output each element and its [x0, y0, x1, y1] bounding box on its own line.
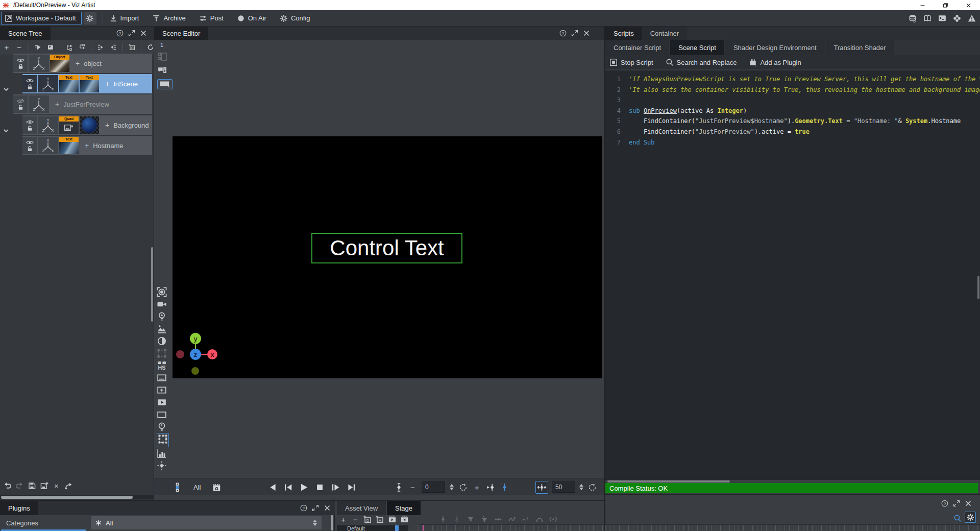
tab-scripts[interactable]: Scripts [605, 27, 642, 40]
camera-view-icon[interactable] [157, 299, 167, 309]
decrement-icon[interactable]: − [408, 482, 418, 492]
tree-row-justforpreview[interactable]: YZX + JustForPreview [13, 94, 152, 114]
snap-icon[interactable] [173, 482, 182, 492]
jump-end-icon[interactable] [347, 482, 356, 492]
workspace-button[interactable]: Workspace - Default [1, 12, 82, 25]
contrast-icon[interactable] [157, 336, 167, 346]
tree-horizontal-scrollbar[interactable] [0, 495, 154, 499]
merge-left-icon[interactable] [110, 43, 117, 52]
plus-icon[interactable]: + [105, 80, 109, 88]
add-container-icon[interactable]: G [129, 43, 136, 52]
settings-button[interactable] [965, 512, 976, 523]
grid-center-icon[interactable] [157, 461, 167, 471]
jump-start-icon[interactable] [283, 482, 293, 492]
film-next-icon[interactable] [388, 515, 397, 524]
tree-vertical-scrollbar[interactable] [151, 247, 153, 322]
expand-icon[interactable] [128, 30, 135, 37]
stop-icon[interactable] [315, 482, 325, 492]
keyframe-updown-icon[interactable] [394, 482, 404, 492]
archive-button[interactable]: Archive [152, 14, 185, 22]
tab-container[interactable]: Container [642, 27, 687, 40]
chevron-down-icon[interactable] [3, 86, 10, 93]
restore-button[interactable] [934, 0, 957, 10]
dir-add-icon[interactable]: D [363, 515, 372, 524]
visibility-lock-cell[interactable] [13, 95, 28, 113]
close-icon[interactable] [324, 504, 331, 512]
post-button[interactable]: Post [199, 14, 224, 22]
close-button[interactable] [957, 0, 980, 10]
scene-tree-tab[interactable]: Scene Tree [0, 27, 51, 40]
keyframe-lock-icon[interactable] [212, 482, 222, 492]
keyframe-next-icon[interactable] [486, 482, 496, 492]
help-icon[interactable]: ? [559, 30, 567, 37]
console-icon[interactable] [938, 14, 946, 22]
tree-expand-icon[interactable] [66, 43, 73, 52]
light-view-icon[interactable] [157, 311, 167, 322]
scrollbar-thumb[interactable] [1, 496, 133, 499]
remove-icon[interactable]: − [351, 515, 360, 524]
visibility-lock-cell[interactable] [22, 116, 37, 134]
loop-icon[interactable] [587, 482, 597, 492]
save-icon[interactable] [28, 481, 36, 490]
chevron-down-icon[interactable] [3, 127, 10, 134]
rect-play-icon[interactable] [157, 397, 167, 407]
loop-icon[interactable] [458, 482, 468, 492]
delete-x-icon[interactable]: × [52, 481, 61, 490]
act-add-icon[interactable]: A [376, 515, 384, 524]
dropdown-stepper[interactable] [312, 520, 317, 526]
tree-row-hostname[interactable]: YZX Text + Hostname [22, 136, 152, 155]
search-replace-button[interactable]: Search and Replace [666, 58, 737, 66]
text-thumbnail[interactable]: Text [59, 75, 79, 92]
minimize-button[interactable] [911, 0, 934, 10]
gizmo-y-handle[interactable]: y [190, 333, 201, 344]
workspace-settings-button[interactable] [84, 12, 96, 25]
keyframe-swap-button[interactable] [535, 481, 548, 494]
category-filter-dropdown[interactable]: All [91, 516, 322, 529]
tree-row-background[interactable]: YZX Quad + Background [22, 115, 152, 135]
layers-icon[interactable] [157, 324, 167, 334]
plugins-vertical-scrollbar[interactable] [331, 515, 333, 530]
gizmo-x-handle[interactable]: x [207, 349, 217, 359]
save-as-icon[interactable] [40, 481, 48, 490]
text-thumbnail[interactable]: Text [80, 75, 99, 92]
plugins-tab[interactable]: Plugins [0, 501, 38, 515]
axis-icon[interactable]: YZX [38, 116, 58, 134]
text-thumbnail[interactable]: Text [59, 137, 79, 154]
gizmo-down-handle[interactable] [191, 367, 199, 375]
film-prev-icon[interactable] [400, 515, 409, 524]
import-button[interactable]: Import [109, 14, 139, 22]
playhead[interactable] [423, 525, 424, 531]
gizmo-back-handle[interactable] [176, 350, 184, 358]
close-icon[interactable] [965, 500, 972, 507]
transport-all-label[interactable]: All [193, 484, 201, 491]
remove-icon[interactable]: − [16, 43, 23, 52]
plus-icon[interactable]: + [55, 100, 59, 108]
info-icon[interactable] [157, 65, 167, 76]
tab-transition-shader[interactable]: Transition Shader [826, 40, 894, 55]
axis-icon[interactable]: YZX [29, 55, 49, 72]
camera-focus-icon[interactable] [157, 287, 167, 297]
plus-icon[interactable]: + [76, 59, 80, 67]
script-code-editor[interactable]: 1'If AlwaysRunPreviewScript is set to Tr… [605, 70, 980, 480]
plus-icon[interactable]: + [105, 121, 109, 129]
expand-icon[interactable] [953, 500, 960, 507]
increment-icon[interactable]: + [472, 482, 482, 492]
expand-icon[interactable] [312, 504, 319, 512]
plus-icon[interactable]: + [85, 141, 89, 150]
add-icon[interactable]: + [339, 515, 348, 524]
scene-editor-tab[interactable]: Scene Editor [154, 27, 208, 40]
keyframe-blue-icon[interactable] [500, 482, 509, 492]
preview-mode-button[interactable] [157, 79, 173, 89]
run-icon[interactable] [34, 43, 41, 52]
tree-row-inscene[interactable]: YZX Text Text + InScene [22, 74, 152, 93]
bounds-icon[interactable] [157, 373, 167, 383]
warn-icon[interactable] [968, 14, 976, 22]
tree-collapse-icon[interactable] [79, 43, 86, 52]
db-icon[interactable] [909, 14, 917, 22]
undo-icon[interactable] [3, 481, 12, 490]
bottom-timeline-ruler[interactable] [605, 524, 980, 531]
redo-branch-icon[interactable] [64, 481, 73, 490]
tab-shader-design-environment[interactable]: Shader Design Environment [725, 40, 825, 55]
note-icon[interactable] [47, 43, 54, 52]
rect-icon[interactable] [157, 409, 167, 420]
